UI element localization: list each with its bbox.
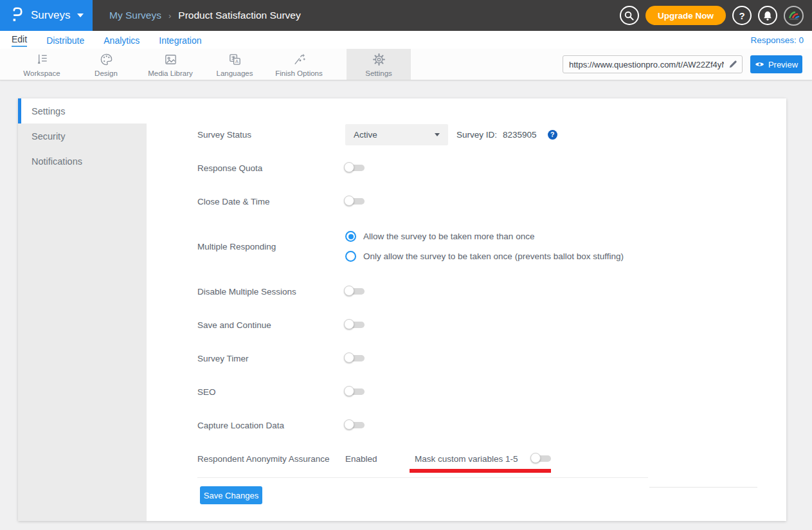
finish-options-icon (292, 52, 307, 67)
breadcrumb-separator: › (168, 11, 171, 21)
help-icon[interactable]: ? (732, 6, 752, 25)
header-actions: Upgrade Now ? (620, 6, 812, 26)
form-divider (197, 477, 648, 478)
upgrade-now-button[interactable]: Upgrade Now (645, 6, 726, 25)
user-avatar[interactable] (784, 6, 804, 26)
search-icon[interactable] (620, 6, 639, 25)
save-and-continue-toggle[interactable] (345, 322, 365, 328)
toggle-knob (530, 453, 541, 463)
tab-integration[interactable]: Integration (159, 35, 201, 45)
multiple-responding-options: Allow the survey to be taken more than o… (345, 231, 624, 262)
row-survey-timer: Survey Timer (197, 342, 786, 375)
chevron-down-icon (435, 133, 440, 136)
red-highlight-underline (410, 469, 551, 473)
response-quota-toggle[interactable] (345, 165, 365, 171)
notifications-bell-icon[interactable] (758, 6, 777, 25)
row-multiple-responding: Multiple Responding Allow the survey to … (197, 218, 786, 275)
settings-form: Survey Status Active Survey ID: 8235905 … (147, 98, 786, 521)
row-disable-multiple-sessions: Disable Multiple Sessions (197, 275, 786, 308)
workspace-icon (35, 52, 50, 67)
close-date-time-toggle[interactable] (345, 198, 365, 205)
row-seo: SEO (197, 375, 786, 408)
survey-url-input[interactable] (563, 60, 724, 69)
svg-text:A: A (235, 59, 238, 64)
row-respondent-anonymity: Respondent Anonymity Assurance Enabled M… (197, 442, 786, 475)
preview-button[interactable]: Preview (750, 55, 802, 73)
mask-custom-variables-label: Mask custom variables 1-5 (415, 454, 518, 464)
survey-nav: Edit Distribute Analytics Integration Re… (0, 31, 812, 49)
survey-id: Survey ID: 8235905 (456, 130, 537, 140)
save-changes-button[interactable]: Save Changes (200, 486, 262, 504)
page-body: Settings Security Notifications Survey S… (0, 80, 812, 521)
row-response-quota: Response Quota (197, 151, 786, 185)
chevron-down-icon (77, 14, 84, 17)
toggle-knob (344, 419, 354, 430)
breadcrumb-current-survey: Product Satisfaction Survey (178, 10, 300, 21)
toggle-knob (344, 286, 354, 296)
seo-toggle[interactable] (345, 388, 365, 395)
breadcrumb-my-surveys[interactable]: My Surveys (109, 10, 161, 21)
survey-id-label: Survey ID: (456, 130, 497, 140)
toolbar-item-languages[interactable]: A Languages (203, 49, 267, 80)
row-close-date-time: Close Date & Time (197, 185, 786, 218)
radio-button[interactable] (345, 231, 356, 242)
toggle-knob (344, 162, 354, 172)
mask-custom-variables-toggle[interactable] (532, 455, 551, 462)
app-header: Surveys My Surveys › Product Satisfactio… (0, 0, 812, 31)
toggle-knob (344, 319, 354, 329)
survey-status-select[interactable]: Active (345, 124, 448, 145)
survey-id-value: 8235905 (503, 130, 537, 140)
row-capture-location-data: Capture Location Data (197, 408, 786, 442)
brand-menu[interactable]: Surveys (0, 0, 93, 31)
toggle-knob (344, 386, 354, 396)
languages-icon: A (228, 52, 242, 67)
survey-timer-toggle[interactable] (345, 355, 365, 361)
toolbar-item-finish-options[interactable]: Finish Options (267, 49, 331, 80)
row-survey-status: Survey Status Active Survey ID: 8235905 … (197, 118, 786, 151)
radio-option-once-only[interactable]: Only allow the survey to be taken once (… (345, 251, 624, 262)
anonymity-label: Respondent Anonymity Assurance (197, 454, 345, 464)
tab-distribute[interactable]: Distribute (46, 35, 84, 45)
survey-status-help-icon[interactable]: ? (548, 130, 557, 140)
toggle-knob (344, 196, 354, 206)
toolbar-item-design[interactable]: Design (74, 49, 138, 80)
product-name: Surveys (31, 9, 70, 22)
sidebar-item-settings[interactable]: Settings (18, 98, 147, 123)
eye-icon (755, 60, 764, 69)
settings-panel: Settings Security Notifications Survey S… (18, 98, 786, 521)
capture-location-data-toggle[interactable] (345, 422, 365, 428)
media-library-icon (163, 52, 178, 67)
toolbar-item-workspace[interactable]: Workspace (10, 49, 74, 80)
sidebar-item-notifications[interactable]: Notifications (18, 149, 147, 174)
survey-status-label: Survey Status (197, 130, 345, 140)
breadcrumb: My Surveys › Product Satisfaction Survey (109, 10, 301, 21)
anonymity-status: Enabled (345, 454, 415, 464)
responses-count[interactable]: Responses: 0 (750, 35, 804, 45)
toggle-knob (344, 352, 354, 363)
tab-analytics[interactable]: Analytics (104, 35, 140, 45)
sidebar-item-security[interactable]: Security (18, 123, 147, 149)
settings-icon (372, 52, 386, 67)
row-save-and-continue: Save and Continue (197, 308, 786, 342)
questionpro-logo-icon (9, 6, 25, 26)
mask-custom-variables: Mask custom variables 1-5 (415, 454, 551, 464)
edit-toolbar: Workspace Design Media Library A Lan (0, 49, 812, 80)
tab-edit[interactable]: Edit (12, 33, 27, 47)
radio-button[interactable] (345, 251, 356, 262)
settings-sidebar: Settings Security Notifications (18, 98, 147, 521)
toolbar-item-settings[interactable]: Settings (347, 49, 411, 80)
disable-multiple-sessions-toggle[interactable] (345, 288, 365, 295)
toolbar-item-media-library[interactable]: Media Library (138, 49, 203, 80)
radio-option-multiple-allowed[interactable]: Allow the survey to be taken more than o… (345, 231, 624, 242)
survey-status-value: Active (354, 130, 377, 140)
survey-url-field (563, 55, 743, 73)
multiple-responding-label: Multiple Responding (197, 242, 345, 251)
design-icon (99, 52, 114, 67)
edit-url-pencil-icon[interactable] (724, 56, 742, 73)
